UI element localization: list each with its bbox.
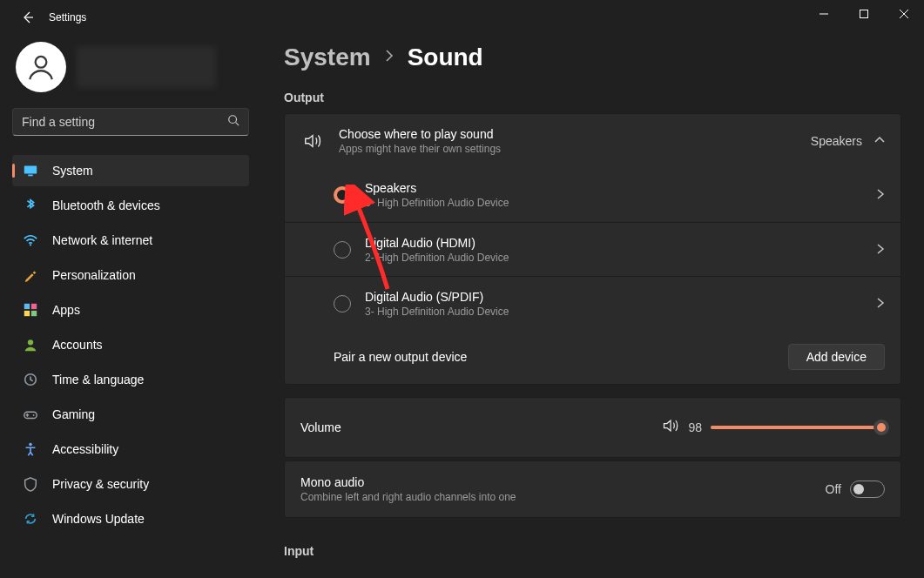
shield-icon [23,476,38,492]
device-sub: 3- High Definition Audio Device [365,306,876,318]
update-icon [23,511,38,527]
sidebar-item-label: System [52,164,93,178]
chevron-right-icon [385,50,394,65]
apps-icon [23,302,38,318]
svg-rect-0 [860,10,868,18]
svg-point-5 [30,244,31,245]
output-device-row[interactable]: Digital Audio (HDMI)2- High Definition A… [285,222,900,276]
device-sub: 3- High Definition Audio Device [365,197,876,209]
svg-rect-4 [28,175,32,177]
device-name: Digital Audio (S/PDIF) [365,290,876,304]
wifi-icon [23,232,38,248]
device-sub: 2- High Definition Audio Device [365,252,876,264]
svg-point-2 [229,116,237,124]
output-device-card: Choose where to play sound Apps might ha… [284,113,901,385]
sidebar-item-label: Network & internet [52,233,152,247]
radio-button[interactable] [334,186,351,204]
gamepad-icon [23,407,38,422]
chevron-up-icon [874,134,885,148]
volume-icon[interactable] [662,417,679,438]
sidebar-item-network-internet[interactable]: Network & internet [12,225,249,256]
person-icon [23,337,38,353]
back-button[interactable] [16,5,40,30]
sidebar-item-time-language[interactable]: Time & language [12,364,249,395]
speaker-icon [300,131,325,151]
device-name: Speakers [365,181,876,195]
pair-device-row: Pair a new output device Add device [285,330,900,384]
svg-rect-3 [24,166,37,174]
device-name: Digital Audio (HDMI) [365,236,876,250]
svg-point-13 [33,414,35,416]
sidebar-item-label: Accounts [52,338,103,352]
radio-button[interactable] [334,241,351,259]
sidebar-item-label: Bluetooth & devices [52,198,160,212]
mono-audio-title: Mono audio [300,475,826,489]
input-section-label: Input [284,544,901,558]
add-device-button[interactable]: Add device [788,344,885,370]
sidebar-item-privacy-security[interactable]: Privacy & security [12,468,249,500]
svg-rect-8 [24,311,30,316]
svg-rect-6 [24,304,30,309]
output-device-row[interactable]: Speakers3- High Definition Audio Device [285,168,900,222]
choose-output-row[interactable]: Choose where to play sound Apps might ha… [285,114,900,168]
sidebar-item-label: Time & language [52,373,144,386]
breadcrumb: System Sound [284,44,901,71]
chevron-right-icon [876,297,885,311]
sidebar-item-gaming[interactable]: Gaming [12,399,249,430]
svg-point-14 [29,443,32,447]
minimize-button[interactable] [804,0,844,28]
accessibility-icon [23,441,38,457]
mono-audio-sub: Combine left and right audio channels in… [300,491,826,503]
sidebar-item-label: Windows Update [52,512,145,526]
volume-label: Volume [300,420,662,434]
output-device-row[interactable]: Digital Audio (S/PDIF)3- High Definition… [285,276,900,330]
sidebar-item-bluetooth-devices[interactable]: Bluetooth & devices [12,190,249,221]
sidebar-item-accessibility[interactable]: Accessibility [12,434,249,465]
chevron-right-icon [876,243,885,257]
volume-value: 98 [688,420,702,434]
selected-output-label: Speakers [811,134,862,148]
search-icon [227,114,239,130]
search-input[interactable] [12,108,249,136]
maximize-button[interactable] [844,0,884,28]
svg-rect-7 [31,304,37,309]
sidebar-item-label: Apps [52,303,80,317]
sidebar-item-apps[interactable]: Apps [12,294,249,326]
main-content: System Sound Output Choose where to play… [261,35,924,578]
svg-point-1 [36,57,47,68]
sidebar-item-windows-update[interactable]: Windows Update [12,503,249,534]
choose-output-title: Choose where to play sound [339,127,811,141]
mono-audio-toggle[interactable] [850,481,885,498]
sidebar: SystemBluetooth & devicesNetwork & inter… [0,35,261,578]
choose-output-sub: Apps might have their own settings [339,143,811,155]
volume-card: Volume 98 [284,397,901,458]
user-name-redacted [77,46,216,88]
breadcrumb-current: Sound [408,44,483,71]
sidebar-item-label: Privacy & security [52,477,149,491]
pair-device-label: Pair a new output device [334,350,788,364]
chevron-right-icon [876,188,885,202]
sidebar-item-system[interactable]: System [12,155,249,186]
window-title: Settings [49,11,86,24]
volume-slider[interactable] [711,426,885,429]
sidebar-item-label: Personalization [52,268,136,282]
mono-audio-card: Mono audio Combine left and right audio … [284,460,901,518]
radio-button[interactable] [334,295,351,313]
brush-icon [23,267,38,283]
close-button[interactable] [884,0,924,28]
svg-rect-9 [31,311,37,316]
sidebar-item-accounts[interactable]: Accounts [12,329,249,360]
bluetooth-icon [23,198,38,213]
sidebar-item-label: Gaming [52,407,95,421]
avatar [16,42,66,92]
svg-point-10 [28,339,33,345]
mono-audio-state: Off [826,482,841,496]
output-section-label: Output [284,91,901,104]
sidebar-item-personalization[interactable]: Personalization [12,259,249,291]
user-account-row[interactable] [12,35,249,99]
clock-icon [23,372,38,387]
breadcrumb-parent[interactable]: System [284,44,371,71]
display-icon [23,163,38,178]
sidebar-item-label: Accessibility [52,442,118,456]
